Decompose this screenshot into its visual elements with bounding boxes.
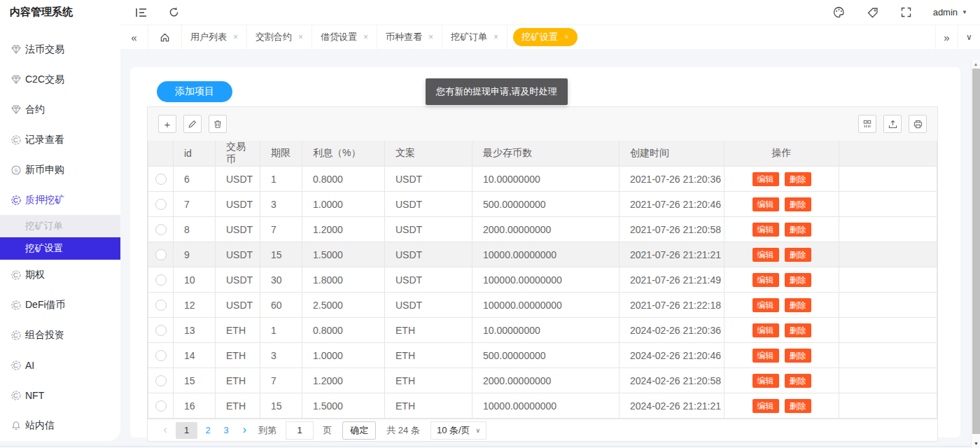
cell-copy: USDT bbox=[385, 242, 472, 267]
tab-label: 挖矿设置 bbox=[522, 31, 558, 43]
sidebar-subitem-挖矿设置[interactable]: 挖矿设置 bbox=[0, 237, 120, 260]
tab-close-icon[interactable]: × bbox=[564, 32, 569, 42]
delete-button[interactable]: 删除 bbox=[785, 197, 811, 211]
edit-row-icon[interactable] bbox=[183, 115, 202, 133]
radio-button[interactable] bbox=[155, 350, 167, 361]
row-actions-cell: 编辑删除 bbox=[724, 192, 839, 217]
edit-button[interactable]: 编辑 bbox=[752, 298, 779, 312]
tab-用户列表[interactable]: 用户列表× bbox=[182, 25, 247, 49]
table-row: 15ETH71.2000ETH2000.000000002024-02-26 2… bbox=[148, 368, 937, 393]
delete-button[interactable]: 删除 bbox=[785, 374, 811, 388]
filter-columns-icon[interactable] bbox=[858, 115, 876, 133]
radio-button[interactable] bbox=[155, 325, 167, 336]
scrollbar-thumb[interactable] bbox=[972, 69, 980, 434]
sidebar-submenu: 挖矿订单挖矿设置 bbox=[0, 215, 120, 260]
edit-button[interactable]: 编辑 bbox=[752, 374, 779, 388]
column-header-创建时间: 创建时间 bbox=[620, 141, 724, 167]
sidebar-item-AI[interactable]: AI bbox=[0, 350, 120, 380]
page-jump-input[interactable] bbox=[286, 421, 314, 440]
tab-挖矿设置[interactable]: 挖矿设置× bbox=[513, 28, 578, 46]
prev-page-button[interactable]: ‹ bbox=[158, 422, 173, 439]
sidebar-item-法币交易[interactable]: 法币交易 bbox=[0, 34, 120, 64]
sidebar-item-NFT[interactable]: NFT bbox=[0, 380, 120, 410]
tabs-menu-icon[interactable]: ∨ bbox=[958, 25, 980, 49]
tabs-scroll-right-icon[interactable]: » bbox=[935, 25, 958, 49]
tab-交割合约[interactable]: 交割合约× bbox=[247, 25, 312, 49]
radio-button[interactable] bbox=[155, 199, 167, 210]
bell-icon bbox=[11, 421, 21, 430]
sidebar-subitem-挖矿订单[interactable]: 挖矿订单 bbox=[0, 215, 120, 237]
collapse-menu-icon[interactable] bbox=[134, 6, 148, 20]
sidebar-item-组合投资[interactable]: 组合投资 bbox=[0, 320, 120, 350]
delete-button[interactable]: 删除 bbox=[785, 248, 811, 262]
tab-close-icon[interactable]: × bbox=[363, 32, 368, 42]
delete-button[interactable]: 删除 bbox=[785, 349, 811, 363]
page-number-2[interactable]: 2 bbox=[200, 422, 216, 439]
row-select-cell bbox=[148, 293, 174, 318]
sidebar-item-期权[interactable]: 期权 bbox=[0, 260, 120, 290]
coin-icon bbox=[11, 135, 21, 145]
delete-button[interactable]: 删除 bbox=[785, 273, 811, 287]
add-project-button[interactable]: 添加项目 bbox=[157, 81, 232, 102]
theme-palette-icon[interactable] bbox=[832, 6, 846, 20]
print-icon[interactable] bbox=[909, 115, 927, 133]
tab-close-icon[interactable]: × bbox=[298, 32, 303, 42]
scroll-up-icon[interactable]: ▲ bbox=[972, 59, 980, 69]
export-icon[interactable] bbox=[883, 115, 902, 133]
delete-button[interactable]: 删除 bbox=[785, 298, 811, 312]
radio-button[interactable] bbox=[155, 174, 167, 185]
tab-close-icon[interactable]: × bbox=[493, 32, 498, 42]
radio-button[interactable] bbox=[155, 224, 167, 235]
edit-button[interactable]: 编辑 bbox=[752, 172, 779, 186]
edit-button[interactable]: 编辑 bbox=[752, 399, 779, 413]
edit-button[interactable]: 编辑 bbox=[752, 349, 779, 363]
sidebar-item-质押挖矿[interactable]: 质押挖矿 bbox=[0, 185, 120, 215]
home-tab-icon[interactable] bbox=[148, 25, 182, 49]
edit-button[interactable]: 编辑 bbox=[752, 197, 779, 211]
sidebar-item-label: 质押挖矿 bbox=[25, 194, 64, 206]
delete-button[interactable]: 删除 bbox=[785, 172, 811, 186]
add-row-icon[interactable]: + bbox=[158, 115, 176, 133]
delete-button[interactable]: 删除 bbox=[785, 323, 811, 337]
delete-row-icon[interactable] bbox=[209, 115, 227, 133]
delete-button[interactable]: 删除 bbox=[785, 399, 811, 413]
page-number-3[interactable]: 3 bbox=[218, 422, 234, 439]
cell-min: 2000.00000000 bbox=[472, 368, 620, 393]
page-number-1[interactable]: 1 bbox=[176, 422, 197, 439]
sidebar-item-新币申购[interactable]: S新币申购 bbox=[0, 155, 120, 185]
edit-button[interactable]: 编辑 bbox=[752, 248, 779, 262]
scroll-down-icon[interactable]: ▼ bbox=[972, 439, 980, 448]
radio-button[interactable] bbox=[155, 274, 167, 286]
tag-icon[interactable] bbox=[866, 6, 880, 20]
refresh-icon[interactable] bbox=[167, 6, 181, 20]
tab-币种查看[interactable]: 币种查看× bbox=[377, 25, 442, 49]
tab-借贷设置[interactable]: 借贷设置× bbox=[312, 25, 377, 49]
radio-button[interactable] bbox=[155, 249, 167, 260]
fullscreen-icon[interactable] bbox=[899, 6, 913, 20]
radio-button[interactable] bbox=[155, 375, 167, 386]
next-page-button[interactable]: › bbox=[237, 422, 252, 439]
tab-close-icon[interactable]: × bbox=[233, 32, 238, 42]
cell-rate: 1.2000 bbox=[302, 217, 385, 242]
page-scrollbar[interactable]: ▲ ▼ bbox=[971, 59, 980, 448]
edit-button[interactable]: 编辑 bbox=[752, 273, 779, 287]
sidebar-item-站内信[interactable]: 站内信 bbox=[0, 410, 120, 440]
sidebar-item-C2C交易[interactable]: C2C交易 bbox=[0, 64, 120, 94]
admin-dropdown[interactable]: admin ▼ bbox=[933, 7, 967, 18]
tab-close-icon[interactable]: × bbox=[428, 32, 433, 42]
radio-button[interactable] bbox=[155, 400, 167, 412]
sidebar-item-合约[interactable]: 合约 bbox=[0, 94, 120, 125]
sidebar-item-DeFi借币[interactable]: DeFi借币 bbox=[0, 290, 120, 320]
edit-button[interactable]: 编辑 bbox=[752, 323, 779, 337]
confirm-page-button[interactable]: 确定 bbox=[342, 421, 376, 440]
sidebar-item-label: AI bbox=[25, 360, 34, 371]
edit-button[interactable]: 编辑 bbox=[752, 223, 779, 237]
page-size-select[interactable]: 10 条/页 ∨ bbox=[430, 421, 486, 440]
cell-rate: 2.5000 bbox=[302, 293, 385, 318]
sidebar-item-记录查看[interactable]: 记录查看 bbox=[0, 125, 120, 155]
tab-挖矿订单[interactable]: 挖矿订单× bbox=[442, 25, 507, 49]
table-row: 9USDT151.5000USDT10000.000000002021-07-2… bbox=[148, 242, 937, 267]
tabs-scroll-left-icon[interactable]: « bbox=[120, 25, 148, 49]
delete-button[interactable]: 删除 bbox=[785, 223, 811, 237]
radio-button[interactable] bbox=[155, 300, 167, 311]
